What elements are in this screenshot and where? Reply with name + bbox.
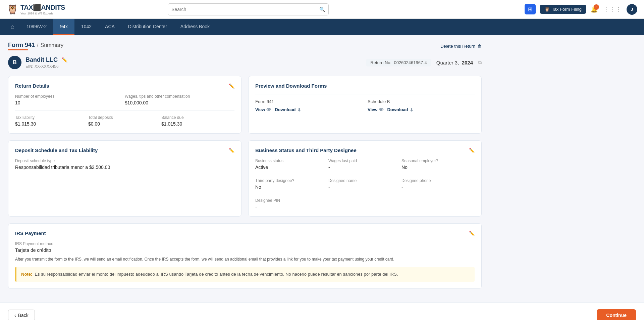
designee-pin-value: - [255,204,475,210]
nav-bar: ⌂ 1099/W-2 94x 1042 ACA Distribution Cen… [0,19,644,35]
seasonal-employer-label: Seasonal employer? [401,158,475,163]
return-details-card: Return Details ✏️ Number of employees 10… [8,76,241,134]
grid-icon: ⋮⋮⋮ [603,6,621,13]
designee-pin-label: Designee PIN [255,198,475,203]
return-details-fields-bottom: Tax liability $1,015.30 Total deposits $… [15,115,234,127]
field-balance-due: Balance due $1,015.30 [161,115,234,127]
nav-item-1042[interactable]: 1042 [74,19,98,35]
nav-home[interactable]: ⌂ [5,24,20,31]
wages-label: Wages, tips and other compensation [125,94,234,99]
tax-form-filing-label: Tax Form Filing [552,7,582,12]
field-num-employees: Number of employees 10 [15,94,125,105]
form941-view-label: View [255,107,265,112]
quarter-year: 2024 [462,60,473,65]
scheduleb-view-link[interactable]: View 👁 [368,107,384,112]
num-employees-label: Number of employees [15,94,125,99]
business-edit-icon[interactable]: ✏️ [469,148,475,153]
nav-item-addressbook[interactable]: Address Book [174,19,216,35]
tax-form-filing-button[interactable]: 🦉 Tax Form Filing [540,5,586,14]
trash-icon: 🗑 [477,44,482,49]
irs-payment-method: IRS Payment method Tarjeta de crédito [15,241,475,253]
notification-button[interactable]: 🔔 0 [590,6,598,13]
designee-name-label: Designee name [328,178,401,183]
quarter-label: Quarter 3, [436,60,459,65]
nav-item-aca[interactable]: ACA [98,19,121,35]
business-header: Business Status and Third Party Designee… [255,147,475,153]
form941-label: Form 941 [255,99,362,104]
company-ein: EIN: XX-XXXX456 [25,64,67,69]
apps-grid-button[interactable]: ⋮⋮⋮ [602,4,623,14]
return-details-edit-icon[interactable]: ✏️ [229,83,234,89]
irs-notice-text: After you transmit the form to the IRS, … [15,256,475,262]
form941-download-icon: ⬇ [297,107,301,112]
copy-icon[interactable]: ⧉ [478,60,482,65]
logo-tagline: Your 1099 & W2 Experts [20,12,65,15]
deposit-edit-icon[interactable]: ✏️ [229,148,234,153]
note-text: Es su responsabilidad enviar el monto de… [35,272,398,277]
top-bar: 🦉 TAX⬛ANDITS Your 1099 & W2 Experts 🔍 ⊞ … [0,0,644,19]
irs-payment-header: IRS Payment ✏️ [15,230,475,236]
balance-due-label: Balance due [161,115,234,120]
return-details-divider [15,110,234,110]
back-arrow-icon: ‹ [14,313,16,318]
total-deposits-label: Total deposits [88,115,161,120]
back-button[interactable]: ‹ Back [8,310,35,320]
logo-area: 🦉 TAX⬛ANDITS Your 1099 & W2 Experts [7,3,67,15]
company-row: B Bandit LLC ✏️ EIN: XX-XXXX456 Return N… [8,56,482,69]
company-edit-icon[interactable]: ✏️ [62,57,67,62]
bottom-bar: ‹ Back Continue [0,302,644,320]
continue-button[interactable]: Continue [597,309,636,320]
form941-download-link[interactable]: Download ⬇ [275,107,301,112]
return-details-header: Return Details ✏️ [15,83,234,89]
delete-return-button[interactable]: Delete this Return 🗑 [440,44,482,49]
deposit-schedule-card: Deposit Schedule and Tax Liability ✏️ De… [8,140,241,217]
irs-method-label: IRS Payment method [15,241,475,246]
irs-payment-card: IRS Payment ✏️ IRS Payment method Tarjet… [8,223,482,289]
designee-phone-value: - [401,184,475,190]
nav-item-94x[interactable]: 94x [53,19,74,35]
breadcrumb-form: Form 941 [8,42,35,49]
wages-value: $10,000.00 [125,100,234,105]
seasonal-employer-value: No [401,165,475,170]
tax-liability-label: Tax liability [15,115,88,120]
form941-actions: View 👁 Download ⬇ [255,107,362,112]
nav-item-distribution[interactable]: Distribution Center [121,19,174,35]
third-party-value: No [255,184,328,190]
designee-pin: Designee PIN - [255,198,475,210]
biz-status-value: Active [255,165,328,170]
page-wrapper: 🦉 TAX⬛ANDITS Your 1099 & W2 Experts 🔍 ⊞ … [0,0,644,320]
scheduleb-preview: Schedule B View 👁 Download ⬇ [368,99,475,112]
preview-title: Preview and Download Forms [255,83,327,89]
irs-payment-edit-icon[interactable]: ✏️ [469,231,475,236]
preview-download-card: Preview and Download Forms Form 941 View… [248,76,482,134]
deposit-type-value: Responsabilidad tributaria menor a $2,50… [15,165,234,170]
nav-item-1099w2[interactable]: 1099/W-2 [20,19,53,35]
total-deposits-value: $0.00 [88,121,161,127]
wages-last-paid-label: Wages last paid [328,158,401,163]
designee-phone-label: Designee phone [401,178,475,183]
biz-divider2 [255,194,475,194]
breadcrumb-underline [8,49,28,50]
designee-name-value: - [328,184,401,190]
delete-return-label: Delete this Return [440,44,475,49]
back-label: Back [18,313,29,318]
company-right: Return No: 002602461967-4 Quarter 3, 202… [366,59,482,66]
search-input[interactable] [171,7,319,12]
logo-tax: TAX [20,4,33,11]
scheduleb-download-link[interactable]: Download ⬇ [387,107,413,112]
designee-name: Designee name - [328,178,401,190]
logo-title: TAX⬛ANDITS [20,3,65,11]
form941-preview: Form 941 View 👁 Download ⬇ [255,99,362,112]
company-avatar: B [8,56,21,69]
scheduleb-eye-icon: 👁 [379,107,384,112]
owl-badge-icon: 🦉 [544,7,550,12]
third-party-label: Third party designee? [255,178,328,183]
deposit-header: Deposit Schedule and Tax Liability ✏️ [15,147,234,153]
square-icon-button[interactable]: ⊞ [525,4,536,14]
deposit-type-label: Deposit schedule type [15,158,234,163]
avatar[interactable]: J [627,4,637,15]
biz-status-label: Business status [255,158,328,163]
form941-view-link[interactable]: View 👁 [255,107,271,112]
scheduleb-download-label: Download [387,107,408,112]
biz-divider1 [255,174,475,174]
